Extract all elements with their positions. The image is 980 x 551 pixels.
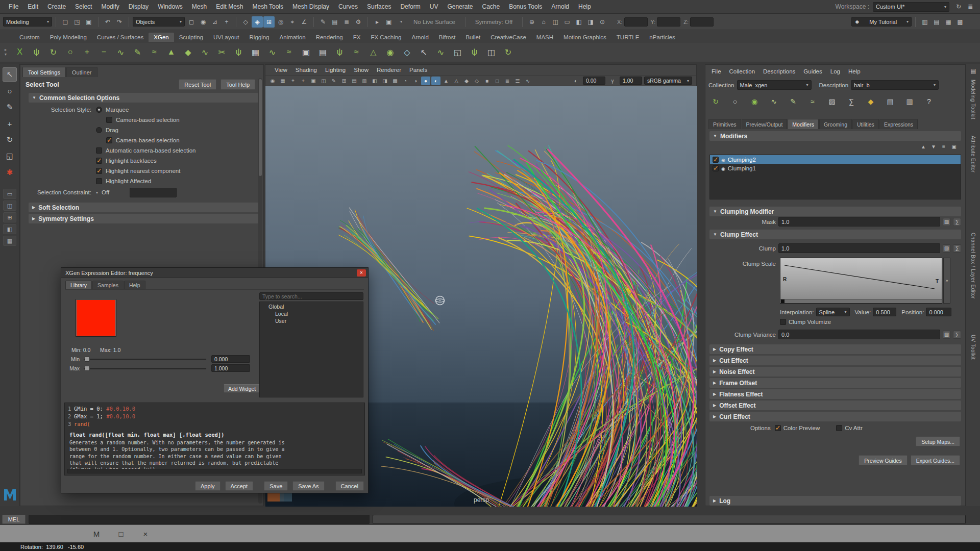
- remove-guide-icon[interactable]: −: [96, 44, 112, 60]
- select-asset-icon[interactable]: +: [221, 16, 232, 28]
- clump-variance-input[interactable]: [778, 330, 940, 339]
- shelf-tab[interactable]: XGen: [149, 33, 174, 42]
- dock-tab[interactable]: UV Toolkit: [970, 335, 976, 360]
- tree-item[interactable]: Local: [260, 310, 363, 317]
- mirror-brush-icon[interactable]: ◫: [483, 44, 499, 60]
- snap-to-curve-icon[interactable]: ◈: [252, 16, 263, 28]
- workspace-reset-icon[interactable]: ↻: [953, 1, 964, 12]
- menu-item[interactable]: Arnold: [547, 0, 574, 14]
- shelf-menu-buttons[interactable]: ▸▾: [2, 47, 9, 57]
- xgen-menu-item[interactable]: Collection: [725, 66, 760, 76]
- editor-tab[interactable]: Help: [124, 281, 145, 289]
- menu-item[interactable]: Curves: [334, 0, 362, 14]
- clump-volumize-checkbox[interactable]: Clump Volumize: [780, 319, 831, 325]
- shelf-tab[interactable]: FX Caching: [365, 33, 406, 42]
- selection-option-row[interactable]: Automatic camera-based selection: [20, 145, 260, 156]
- dialog-button[interactable]: Accept: [225, 482, 254, 491]
- effect-section-header[interactable]: ▶ Offset Effect: [709, 400, 961, 410]
- shelf-tab[interactable]: Poly Modeling: [45, 33, 92, 42]
- menu-item[interactable]: Deform: [396, 0, 425, 14]
- viewport-menu-item[interactable]: View: [271, 67, 291, 73]
- xgen-help-icon[interactable]: ?: [922, 94, 936, 109]
- ramp-handle[interactable]: [781, 299, 785, 303]
- shelf-tab[interactable]: Animation: [275, 33, 311, 42]
- option-control[interactable]: [96, 178, 102, 184]
- live-icon[interactable]: ⊙: [597, 16, 608, 28]
- xray-icon[interactable]: ☰: [513, 77, 522, 85]
- undo-icon[interactable]: ↶: [102, 16, 113, 28]
- density-brush-icon[interactable]: ▲: [163, 44, 179, 60]
- color-preview-checkbox[interactable]: Color Preview: [775, 425, 820, 431]
- dock-tab[interactable]: Attribute Editor: [970, 136, 976, 173]
- add-guide-icon[interactable]: +: [79, 44, 95, 60]
- selection-option-row[interactable]: Selection Style: Marquee: [20, 105, 260, 115]
- command-input[interactable]: [29, 515, 370, 524]
- close-window-icon[interactable]: ×: [138, 527, 153, 541]
- list-icon[interactable]: ≣: [341, 16, 352, 28]
- effect-section-header[interactable]: ▶ Copy Effect: [709, 344, 961, 354]
- isolate-select-icon[interactable]: ≣: [503, 77, 512, 85]
- expression-search-input[interactable]: [259, 292, 363, 300]
- clump-expression-button[interactable]: ∑: [953, 244, 961, 253]
- option-control[interactable]: [96, 107, 102, 113]
- mask-expression-button[interactable]: ∑: [953, 218, 961, 226]
- option-control[interactable]: [96, 168, 102, 174]
- dock-tab[interactable]: Modeling Toolkit: [970, 80, 976, 119]
- code-scrollbar[interactable]: [67, 469, 362, 473]
- frame-icon[interactable]: ▭: [561, 16, 573, 28]
- xgen-menu-item[interactable]: File: [707, 66, 725, 76]
- menu-item[interactable]: Edit Mesh: [211, 0, 248, 14]
- guides-to-curves-icon[interactable]: ≈: [281, 44, 297, 60]
- place-guides-icon[interactable]: ψ: [231, 44, 247, 60]
- menu-item[interactable]: Mesh Tools: [248, 0, 288, 14]
- ramp-expand-button[interactable]: »: [943, 258, 950, 304]
- hypershade-icon[interactable]: ⊕: [526, 16, 537, 28]
- shelf-tab[interactable]: Rigging: [244, 33, 275, 42]
- modifiers-section-header[interactable]: ▼ Modifiers: [709, 131, 961, 141]
- select-hierarchy-icon[interactable]: ◻: [186, 16, 197, 28]
- snap-to-view-plane-icon[interactable]: ⌖: [287, 16, 298, 28]
- clump-effect-header[interactable]: ▼ Clump Effect: [709, 230, 961, 239]
- xgen-magnet-icon[interactable]: ◆: [864, 94, 878, 109]
- convert-primitives-icon[interactable]: ▦: [248, 44, 263, 60]
- interpolation-dropdown[interactable]: Spline▾: [816, 308, 850, 316]
- common-selection-options-header[interactable]: ▼ Common Selection Options: [29, 93, 258, 103]
- shelf-tab[interactable]: UVLayout: [208, 33, 244, 42]
- xgen-edit-guides-icon[interactable]: ✎: [786, 94, 800, 109]
- grease-pencil-icon[interactable]: ✎: [329, 77, 338, 85]
- image-plane-icon[interactable]: ▣: [309, 77, 318, 85]
- panes-icon[interactable]: ◫: [550, 16, 561, 28]
- workspace-menu-icon[interactable]: ≣: [965, 1, 976, 12]
- comb-guides-icon[interactable]: ∿: [113, 44, 129, 60]
- effect-section-header[interactable]: ▶ Noise Effect: [709, 367, 961, 377]
- freeze-brush-icon[interactable]: ◇: [399, 44, 415, 60]
- shelf-tab[interactable]: Curves / Surfaces: [92, 33, 149, 42]
- cut-tool-icon[interactable]: ✂: [214, 44, 230, 60]
- toggle-tool-settings-icon[interactable]: ▩: [954, 16, 966, 28]
- tree-item[interactable]: Global: [260, 303, 363, 310]
- log-section-header[interactable]: ▶ Log: [709, 496, 961, 506]
- xgen-create-guide-icon[interactable]: ∿: [767, 94, 781, 109]
- gamma-input[interactable]: [620, 77, 642, 85]
- maya-app-icon[interactable]: M: [89, 527, 104, 541]
- toggle-attribute-editor-icon[interactable]: ▤: [931, 16, 942, 28]
- selection-option-row[interactable]: Camera-based selection: [20, 135, 260, 145]
- max-slider[interactable]: [84, 366, 206, 371]
- dialog-button[interactable]: Cancel: [335, 482, 364, 491]
- modifier-row[interactable]: Clumping1: [710, 164, 961, 172]
- soft-selection-header[interactable]: ▶ Soft Selection: [29, 203, 258, 212]
- option-control[interactable]: [106, 117, 112, 123]
- xgen-tab[interactable]: Expressions: [879, 119, 918, 129]
- menu-item[interactable]: Generate: [443, 0, 477, 14]
- export-guides-button[interactable]: Export Guides...: [911, 456, 960, 465]
- safe-action-icon[interactable]: ▩: [390, 77, 400, 85]
- textured-icon[interactable]: ▲: [442, 77, 451, 85]
- length-brush-icon[interactable]: ≈: [146, 44, 162, 60]
- use-all-lights-icon[interactable]: △: [452, 77, 461, 85]
- selection-option-row[interactable]: Highlight nearest component: [20, 166, 260, 176]
- description-dropdown[interactable]: hair_b▾: [851, 80, 939, 90]
- option-control[interactable]: [96, 127, 102, 133]
- safe-title-icon[interactable]: ◔: [401, 77, 410, 85]
- clump-tool-icon[interactable]: ◆: [180, 44, 196, 60]
- selection-constraint-value[interactable]: Off: [102, 189, 109, 195]
